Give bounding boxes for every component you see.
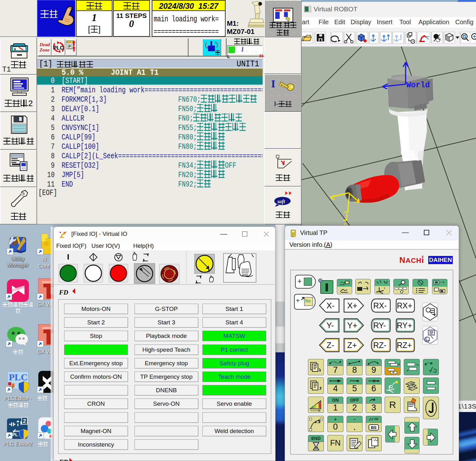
svg-text:U: U — [14, 47, 16, 51]
svg-text:P: P — [68, 45, 71, 48]
svg-text:Y-: Y- — [326, 321, 334, 330]
svg-text:RX-: RX- — [373, 301, 387, 310]
svg-text:X+: X+ — [347, 301, 358, 310]
svg-text:RY-: RY- — [373, 321, 386, 330]
svg-text:x: x — [376, 290, 378, 294]
svg-text:X-: X- — [326, 301, 335, 310]
svg-text:RZ-: RZ- — [373, 341, 386, 350]
svg-text:soft: soft — [277, 199, 285, 204]
svg-text:RX+: RX+ — [397, 301, 412, 310]
svg-text:RY+: RY+ — [397, 321, 412, 330]
svg-text:RZ+: RZ+ — [397, 341, 412, 350]
svg-text:PLC: PLC — [53, 45, 64, 51]
svg-text:P: P — [23, 192, 25, 195]
svg-text:Z-: Z- — [326, 340, 334, 350]
svg-text:Z+: Z+ — [347, 340, 357, 350]
svg-text:Y+: Y+ — [347, 321, 358, 330]
svg-text:World: World — [406, 81, 430, 90]
svg-text:Y: Y — [384, 287, 386, 290]
